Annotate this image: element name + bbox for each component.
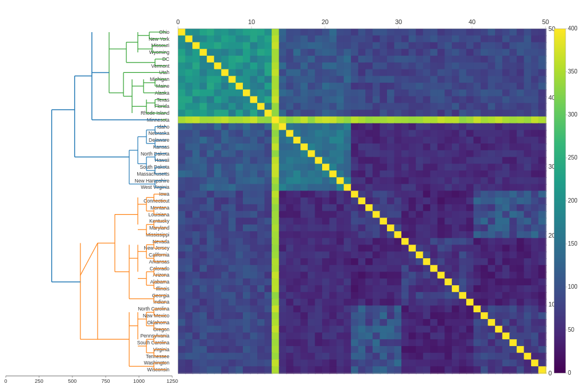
heatmap-canvas (0, 0, 588, 392)
chart-container (0, 0, 588, 392)
